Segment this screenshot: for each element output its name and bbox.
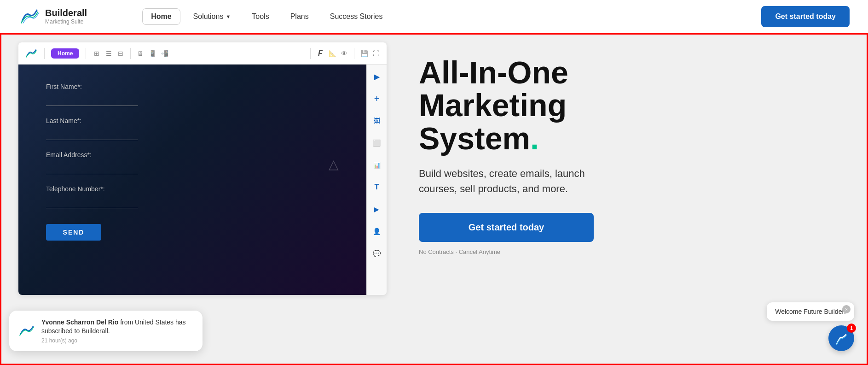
sidebar-text-tool[interactable]: T	[370, 180, 384, 194]
chat-icon	[835, 332, 848, 345]
toolbar-save-icon[interactable]: 💾	[360, 49, 368, 58]
chat-popup: Welcome Future Builder! ×	[767, 302, 854, 321]
sidebar-image-tool[interactable]: 🖼	[370, 113, 384, 128]
sidebar-chart-tool[interactable]: 📊	[370, 158, 384, 172]
nav-cta-button[interactable]: Get started today	[761, 6, 850, 27]
chat-close-button[interactable]: ×	[842, 305, 851, 313]
toolbar-grid-icon[interactable]: ⊞	[93, 49, 101, 58]
toolbar-divider2	[86, 48, 86, 59]
chat-badge-count: 1	[847, 324, 856, 333]
toast-time: 21 hour(s) ago	[41, 337, 193, 344]
hero-subtitle: Build websites, create emails, launch co…	[419, 166, 612, 196]
nav-item-tools[interactable]: Tools	[243, 9, 277, 24]
form-field-phone: Telephone Number*:	[46, 185, 339, 208]
builder-window: Home ⊞ ☰ ⊟ 🖥 📱 📲 F 📐 👁	[18, 42, 387, 295]
logo-name: Builderall	[45, 8, 87, 18]
toolbar-ruler-icon[interactable]: 📐	[328, 49, 336, 58]
toast-notification: Yvonne Scharron Del Rio from United Stat…	[9, 311, 203, 351]
form-input-phone[interactable]	[46, 195, 138, 208]
toolbar-eye-icon[interactable]: 👁	[340, 49, 348, 58]
chat-popup-text: Welcome Future Builder!	[775, 308, 846, 315]
toolbar-mobile-icon[interactable]: 📲	[160, 49, 168, 58]
toast-location-prefix: from	[120, 318, 135, 326]
hero-section: All-In-One Marketing System. Build websi…	[410, 42, 850, 269]
form-label-lastname: Last Name*:	[46, 117, 339, 124]
form-input-email[interactable]	[46, 161, 138, 174]
toast-location: United States	[135, 318, 174, 326]
builder-canvas: First Name*: Last Name*: Email Address*:	[18, 65, 366, 295]
form-label-email: Email Address*:	[46, 151, 339, 159]
hero-dot: .	[530, 121, 539, 156]
toolbar-list-icon[interactable]: ☰	[104, 49, 113, 58]
logo-area: Builderall Marketing Suite	[18, 6, 87, 28]
chat-open-button[interactable]: 1	[828, 325, 854, 351]
form-send-button[interactable]: SEND	[46, 224, 101, 241]
logo-text: Builderall Marketing Suite	[45, 8, 87, 25]
toolbar-layout-icon[interactable]: ⊟	[116, 49, 125, 58]
builder-sidebar: ▶ + 🖼 ⬜ 📊 T ▶ 👤 💬	[366, 65, 387, 295]
nav-links: Home Solutions ▼ Tools Plans Success Sto…	[142, 8, 761, 25]
toolbar-tablet-icon[interactable]: 📱	[148, 49, 156, 58]
nav-item-home[interactable]: Home	[142, 8, 180, 25]
form-input-firstname[interactable]	[46, 93, 138, 106]
toolbar-divider5	[354, 48, 354, 59]
navbar: Builderall Marketing Suite Home Solution…	[0, 0, 868, 33]
hero-cta-button[interactable]: Get started today	[419, 213, 594, 242]
toolbar-divider	[44, 48, 45, 59]
toolbar-desktop-icon[interactable]: 🖥	[136, 49, 145, 58]
builder-section: Home ⊞ ☰ ⊟ 🖥 📱 📲 F 📐 👁	[18, 42, 387, 295]
toolbar-divider3	[130, 48, 131, 59]
sidebar-box-tool[interactable]: ⬜	[370, 135, 384, 150]
builderall-logo-icon	[18, 6, 41, 28]
chevron-down-icon: ▼	[226, 14, 231, 19]
chat-widget: Welcome Future Builder! × 1	[767, 302, 854, 351]
builder-body: First Name*: Last Name*: Email Address*:	[18, 65, 387, 295]
sidebar-add-tool[interactable]: +	[370, 91, 384, 106]
nav-item-solutions[interactable]: Solutions ▼	[185, 9, 239, 24]
sidebar-cursor-tool[interactable]: ▶	[370, 69, 384, 84]
toolbar-right-icons: F 📐 👁 💾 ⛶	[308, 48, 380, 59]
nav-item-plans[interactable]: Plans	[282, 9, 317, 24]
logo-sub: Marketing Suite	[45, 18, 87, 25]
form-field-email: Email Address*:	[46, 151, 339, 174]
hero-title: All-In-One Marketing System.	[419, 56, 568, 155]
canvas-inner: First Name*: Last Name*: Email Address*:	[18, 65, 366, 295]
toast-logo-icon	[18, 323, 35, 339]
toast-content: Yvonne Scharron Del Rio from United Stat…	[41, 318, 193, 344]
toolbar-icons: ⊞ ☰ ⊟ 🖥 📱 📲	[93, 48, 168, 59]
toolbar-expand-icon[interactable]: ⛶	[372, 49, 380, 58]
form-field-lastname: Last Name*:	[46, 117, 339, 140]
builder-toolbar: Home ⊞ ☰ ⊟ 🖥 📱 📲 F 📐 👁	[18, 42, 387, 65]
hero-fine-print: No Contracts · Cancel Anytime	[419, 248, 500, 255]
sidebar-chat-tool[interactable]: 💬	[370, 246, 384, 261]
toolbar-divider4	[310, 48, 311, 59]
builder-toolbar-logo	[25, 47, 38, 60]
form-label-firstname: First Name*:	[46, 83, 339, 90]
toast-message: Yvonne Scharron Del Rio from United Stat…	[41, 318, 193, 336]
toolbar-font-icon[interactable]: F	[316, 49, 324, 58]
sidebar-play-tool[interactable]: ▶	[370, 202, 384, 217]
toast-user-name: Yvonne Scharron Del Rio	[41, 318, 118, 326]
form-field-firstname: First Name*:	[46, 83, 339, 106]
form-label-phone: Telephone Number*:	[46, 185, 339, 193]
nav-item-success-stories[interactable]: Success Stories	[322, 9, 391, 24]
sidebar-user-tool[interactable]: 👤	[370, 224, 384, 239]
builder-home-tab[interactable]: Home	[51, 48, 79, 59]
form-input-lastname[interactable]	[46, 127, 138, 140]
